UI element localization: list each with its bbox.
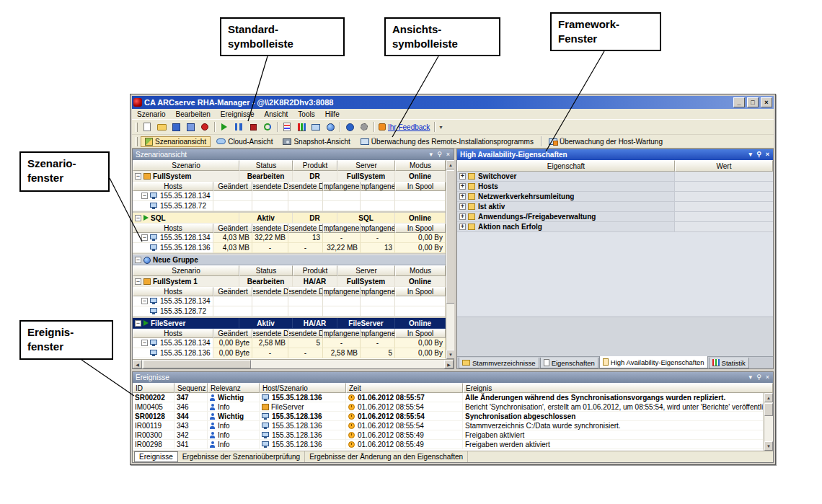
- menu-ansicht[interactable]: Ansicht: [260, 110, 293, 118]
- event-row[interactable]: SR00128 344 Wichtig 155.35.128.136 01.06…: [133, 412, 764, 421]
- tab-ergebnisse-anderung-eigenschaften[interactable]: Ergebnisse der Änderung an den Eigenscha…: [305, 451, 468, 462]
- close-button[interactable]: ×: [761, 97, 772, 107]
- panel-close-icon[interactable]: ×: [765, 374, 770, 381]
- column-header-id[interactable]: ID: [133, 383, 174, 393]
- event-row[interactable]: SR00202 347 Wichtig 155.35.128.136 01.06…: [133, 393, 764, 402]
- panel-menu-icon[interactable]: ▾: [748, 151, 754, 158]
- expand-icon[interactable]: +: [459, 173, 466, 180]
- tab-stammverzeichnisse[interactable]: Stammverzeichnisse: [459, 358, 539, 368]
- panel-menu-icon[interactable]: ▾: [429, 151, 434, 158]
- scroll-left-icon[interactable]: ◀: [133, 360, 142, 368]
- suspend-replication-button[interactable]: [232, 121, 245, 133]
- collapse-icon[interactable]: −: [141, 234, 148, 241]
- tab-high-availability-eigenschaften[interactable]: High Availability-Eigenschaften: [599, 356, 708, 368]
- host-row[interactable]: 155.35.128.136 4,03 MB - - 32,22 MB 13 0…: [133, 243, 446, 253]
- collapse-icon[interactable]: −: [141, 193, 148, 199]
- collapse-icon[interactable]: −: [135, 173, 141, 180]
- scrollbar-thumb[interactable]: [143, 360, 251, 368]
- save-button[interactable]: [169, 121, 182, 133]
- event-row[interactable]: IR00300 342 Info 155.35.128.136 01.06.20…: [133, 430, 764, 440]
- statistics-button[interactable]: [295, 121, 308, 133]
- expand-icon[interactable]: +: [459, 203, 466, 210]
- menu-szenario[interactable]: Szenario: [132, 110, 170, 118]
- column-header-sequenz[interactable]: Sequenz▽: [174, 383, 208, 393]
- toolbar-grip[interactable]: [136, 123, 138, 132]
- column-header-host-szenario[interactable]: Host/Szenario: [260, 383, 346, 393]
- menu-ereignisse[interactable]: Ereignisse: [216, 110, 260, 118]
- event-row[interactable]: IR00298 341 Info 155.35.128.136 01.06.20…: [133, 440, 764, 449]
- tab-ergebnisse-szenariouberprufung[interactable]: Ergebnisse der Szenarioüberprüfung: [178, 451, 305, 462]
- maximize-button[interactable]: □: [747, 97, 759, 107]
- panel-close-icon[interactable]: ×: [446, 151, 451, 158]
- toolbar-overflow-icon[interactable]: ▾: [438, 124, 443, 131]
- collapse-icon[interactable]: −: [135, 215, 141, 221]
- panel-pin-icon[interactable]: ⚲: [756, 151, 762, 158]
- remove-scenario-button[interactable]: [198, 121, 211, 133]
- events-vertical-scrollbar[interactable]: ▲ ▼: [764, 393, 773, 451]
- menu-bearbeiten[interactable]: Bearbeiten: [170, 110, 215, 118]
- column-header-zeit[interactable]: Zeit: [346, 383, 463, 393]
- panel-pin-icon[interactable]: ⚲: [756, 374, 762, 381]
- save-all-button[interactable]: [184, 121, 197, 133]
- scroll-right-icon[interactable]: ▶: [444, 360, 454, 368]
- stop-scenario-button[interactable]: [247, 121, 260, 133]
- view-button-remote-install-monitor[interactable]: Überwachung des Remote-Installationsprog…: [356, 136, 538, 147]
- expand-icon[interactable]: +: [459, 224, 466, 230]
- collapse-icon[interactable]: −: [135, 278, 141, 285]
- host-row[interactable]: −155.35.128.134 0,00 Byte 2,58 MB 5 - - …: [133, 338, 446, 348]
- scenario-row-sql[interactable]: −SQL Aktiv DR SQL Online: [133, 213, 446, 224]
- collapse-icon[interactable]: −: [135, 257, 141, 263]
- host-row[interactable]: 155.35.128.72: [133, 201, 446, 211]
- menu-tools[interactable]: Tools: [293, 110, 319, 118]
- tab-ereignisse[interactable]: Ereignisse: [134, 451, 178, 462]
- expand-icon[interactable]: +: [459, 193, 466, 200]
- host-row[interactable]: −155.35.128.134: [133, 191, 446, 201]
- view-button-snapshot-ansicht[interactable]: Snapshot-Ansicht: [278, 136, 354, 147]
- synchronize-button[interactable]: [261, 121, 274, 133]
- scenario-row-fullsystem[interactable]: −FullSystem Bearbeiten DR FullSystem Onl…: [133, 171, 446, 182]
- property-row-switchover[interactable]: +Switchover: [457, 172, 773, 182]
- menu-hilfe[interactable]: Hilfe: [320, 110, 345, 118]
- property-row-netzwerkverkehrsumleitung[interactable]: +Netzwerkverkehrsumleitung: [457, 192, 773, 202]
- property-row-hosts[interactable]: +Hosts: [457, 182, 773, 192]
- tab-statistik[interactable]: Statistik: [709, 358, 749, 368]
- events-panel-titlebar[interactable]: Ereignisse ▾ ⚲ ×: [133, 372, 773, 383]
- window-titlebar[interactable]: CA ARCserve RHA-Manager - @\\2K8R2Dhv3:8…: [132, 96, 774, 109]
- collapse-icon[interactable]: −: [141, 340, 148, 346]
- feedback-link[interactable]: Ihr Feedback: [377, 123, 431, 131]
- panel-pin-icon[interactable]: ⚲: [436, 151, 443, 158]
- collapse-icon[interactable]: −: [141, 298, 148, 304]
- panel-close-icon[interactable]: ×: [765, 151, 770, 158]
- collapse-icon[interactable]: −: [135, 320, 141, 327]
- expand-icon[interactable]: +: [459, 213, 466, 220]
- host-row[interactable]: −155.35.128.134 4,03 MB 32,22 MB 13 - - …: [133, 233, 446, 243]
- host-row[interactable]: 155.35.128.136 0,00 Byte - - 2,58 MB 5 0…: [133, 348, 446, 358]
- scroll-up-icon[interactable]: ▲: [764, 393, 773, 402]
- view-button-host-maintenance-monitor[interactable]: Überwachung der Host-Wartung: [544, 136, 667, 147]
- scenario-horizontal-scrollbar[interactable]: ◀ ▶: [133, 359, 454, 368]
- run-scenario-button[interactable]: [218, 121, 231, 133]
- property-row-ist-aktiv[interactable]: +Ist aktiv: [457, 202, 773, 212]
- event-row[interactable]: IR00119 343 Info 155.35.128.136 01.06.20…: [133, 421, 764, 430]
- new-scenario-button[interactable]: [141, 121, 154, 133]
- host-row[interactable]: −155.35.128.134: [133, 296, 446, 306]
- group-row-neue-gruppe[interactable]: − Neue Gruppe: [133, 255, 446, 265]
- scenario-panel-titlebar[interactable]: Szenarioansicht ▾ ⚲ ×: [133, 149, 454, 160]
- web-portal-button[interactable]: [324, 121, 337, 133]
- column-header-relevanz[interactable]: Relevanz: [208, 383, 260, 393]
- view-button-cloud-ansicht[interactable]: Cloud-Ansicht: [212, 136, 277, 147]
- column-header-ereignis[interactable]: Ereignis: [463, 383, 773, 393]
- scenario-row-fileserver-selected[interactable]: −FileServer Aktiv HA/AR FileServer Onlin…: [133, 318, 446, 329]
- info-button[interactable]: [343, 121, 356, 133]
- open-scenario-button[interactable]: [155, 121, 168, 133]
- property-row-anwendungs-freigabeverwaltung[interactable]: +Anwendungs-/Freigabeverwaltung: [457, 212, 773, 222]
- scenario-row-fullsystem-1[interactable]: −FullSystem 1 Bearbeiten HA/AR FullSyste…: [133, 276, 446, 287]
- host-monitor-button[interactable]: [309, 121, 322, 133]
- scrollbar-thumb[interactable]: [764, 403, 773, 416]
- difference-report-button[interactable]: [280, 121, 293, 133]
- view-button-szenarioansicht[interactable]: Szenarioansicht: [141, 136, 211, 147]
- property-row-aktion-nach-erfolg[interactable]: +Aktion nach Erfolg: [457, 222, 773, 232]
- minimize-button[interactable]: _: [733, 97, 745, 107]
- host-row[interactable]: 155.35.128.72: [133, 306, 446, 317]
- event-row[interactable]: IM00405 346 Info FileServer 01.06.2012 0…: [133, 402, 764, 412]
